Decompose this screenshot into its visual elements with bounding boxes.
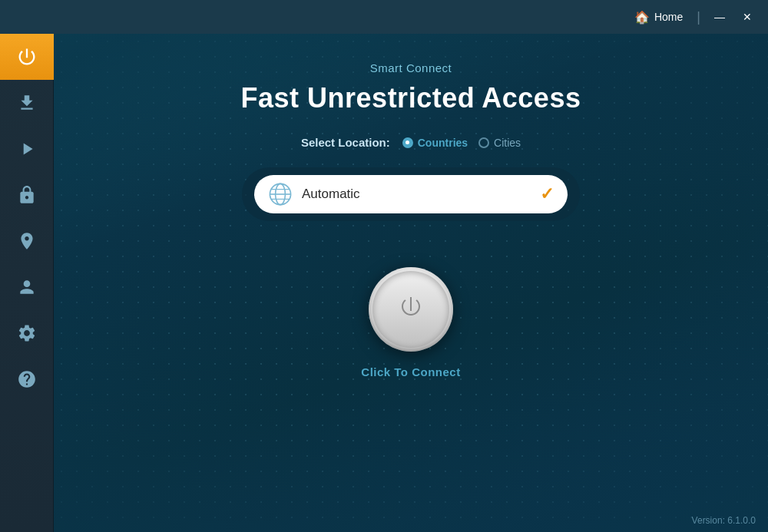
content-inner: Smart Connect Fast Unrestricted Access S… [54, 34, 768, 378]
main-title: Fast Unrestricted Access [241, 82, 581, 114]
version-text: Version: 6.1.0.0 [692, 515, 756, 526]
version-info: Version: 6.1.0.0 [692, 515, 756, 526]
separator: | [697, 9, 700, 25]
main-content: Smart Connect Fast Unrestricted Access S… [54, 34, 768, 532]
sidebar-item-user[interactable] [0, 264, 54, 310]
power-button-group: Click To Connect [361, 267, 460, 378]
home-icon: 🏠 [634, 10, 650, 25]
radio-group: Countries Cities [402, 137, 521, 149]
sidebar-item-settings[interactable] [0, 310, 54, 356]
sidebar: 🎁 [0, 34, 54, 532]
sidebar-item-download[interactable] [0, 80, 54, 126]
sidebar-item-help[interactable] [0, 356, 54, 402]
radio-countries[interactable]: Countries [402, 137, 468, 149]
close-button[interactable]: ✕ [736, 6, 759, 28]
dropdown-value: Automatic [302, 187, 540, 202]
radio-cities[interactable]: Cities [478, 137, 521, 149]
radio-countries-dot [402, 137, 413, 148]
sidebar-item-lock[interactable] [0, 172, 54, 218]
location-dropdown[interactable]: Automatic ✓ [254, 175, 568, 213]
sidebar-item-play[interactable] [0, 126, 54, 172]
home-label: Home [654, 11, 683, 23]
sidebar-item-gift[interactable]: 🎁 [0, 402, 54, 448]
connect-power-button[interactable] [369, 267, 453, 352]
connect-label[interactable]: Click To Connect [361, 365, 460, 378]
home-button[interactable]: 🏠 Home [628, 7, 689, 28]
globe-icon [268, 182, 293, 207]
location-row: Select Location: Countries Cities [301, 136, 521, 149]
sidebar-item-power[interactable] [0, 34, 54, 80]
minimize-button[interactable]: — [708, 6, 731, 28]
radio-cities-dot [478, 137, 489, 148]
main-layout: 🎁 Smart Connect Fast Unrestricted Access… [0, 34, 768, 532]
power-button-icon [394, 292, 428, 326]
location-label: Select Location: [301, 136, 390, 149]
radio-countries-label: Countries [418, 137, 468, 149]
subtitle: Smart Connect [370, 61, 452, 74]
dropdown-wrapper: Automatic ✓ [242, 167, 580, 221]
chevron-down-icon: ✓ [540, 184, 554, 204]
sidebar-item-ip[interactable] [0, 218, 54, 264]
radio-cities-label: Cities [494, 137, 521, 149]
title-bar: 🏠 Home | — ✕ [0, 0, 768, 34]
